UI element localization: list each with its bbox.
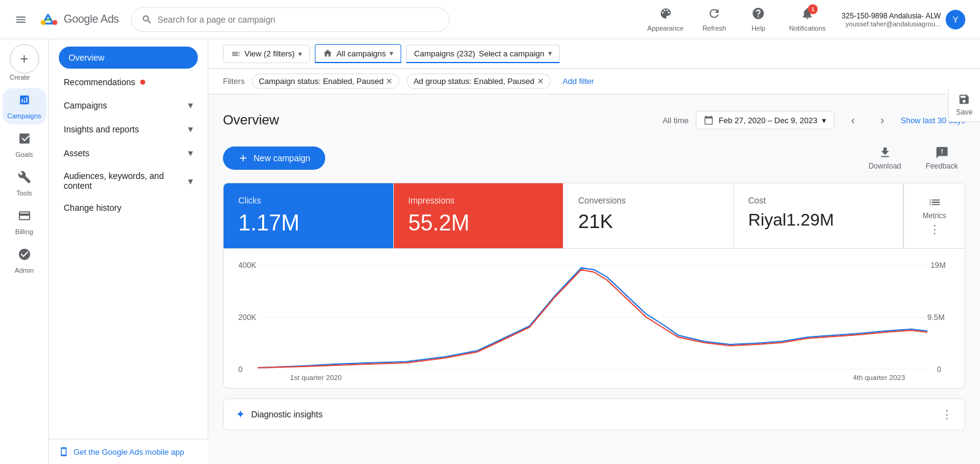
campaign-status-close-icon[interactable]: ✕ [386,77,393,86]
action-buttons: Download Feedback [861,143,965,173]
ad-group-status-close-icon[interactable]: ✕ [537,77,544,86]
mobile-icon [59,447,69,457]
cost-label: Cost [748,196,889,205]
metrics-more-panel: Metrics ⋮ [903,183,965,248]
sidebar-item-tools[interactable]: Tools [2,165,47,202]
conversions-value: 21K [578,210,718,233]
appearance-button[interactable]: Appearance [641,4,690,34]
recommendations-dot [140,80,145,85]
mobile-app-label: Get the Google Ads mobile app [74,447,184,457]
view-dropdown[interactable]: View (2 filters) ▾ [223,45,310,63]
campaigns-icon [18,93,31,110]
feedback-icon [935,146,949,159]
diagnostic-more-button[interactable]: ⋮ [941,408,952,421]
download-button[interactable]: Download [861,143,908,173]
prev-period-button[interactable]: ‹ [842,109,864,131]
sidebar-admin-label: Admin [15,267,34,274]
plus-icon [238,153,249,164]
nav-item-assets[interactable]: Assets ▾ [49,141,208,165]
download-label: Download [869,162,901,170]
nav-item-change-history[interactable]: Change history [49,197,208,219]
x-label-q1-2020: 1st quarter 2020 [290,374,342,381]
assets-arrow-icon: ▾ [188,147,193,159]
sidebar-campaigns-label: Campaigns [7,112,42,120]
date-range-picker[interactable]: Feb 27, 2020 – Dec 9, 2023 ▾ [696,111,834,129]
new-campaign-button[interactable]: New campaign [223,146,325,170]
svg-point-2 [40,20,45,25]
nav-item-insights[interactable]: Insights and reports ▾ [49,117,208,141]
campaign-actions: New campaign Download Feedback [223,143,965,173]
search-input[interactable] [157,15,439,25]
nav-right-area: Appearance Refresh Help 1 [641,4,970,34]
ad-group-status-label: Ad group status: Enabled, Paused [413,77,534,86]
sidebar-item-campaigns[interactable]: Campaigns [2,88,47,124]
refresh-button[interactable]: Refresh [695,4,734,34]
y-label-9-5m: 9.5M [927,313,944,322]
sidebar-item-billing[interactable]: Billing [2,204,47,240]
feedback-button[interactable]: Feedback [918,143,965,173]
nav-item-audiences[interactable]: Audiences, keywords, and content ▾ [49,165,208,197]
appearance-label: Appearance [647,25,684,32]
next-period-button[interactable]: › [871,109,893,131]
appearance-icon [659,7,673,23]
save-button[interactable]: Save [948,88,980,122]
admin-icon [18,248,31,264]
x-label-q4-2023: 4th quarter 2023 [853,374,905,381]
expanded-nav: Overview Recommendations Campaigns ▾ Ins… [49,39,208,464]
sidebar-item-goals[interactable]: Goals [2,127,47,163]
refresh-label: Refresh [703,25,726,32]
campaigns-nav-label: Campaigns [64,101,107,110]
overview-header: Overview All time Feb 27, 2020 – Dec 9, … [223,109,965,131]
campaigns-count-dropdown[interactable]: Campaigns (232) Select a campaign ▾ [406,45,560,63]
select-chevron-icon: ▾ [548,49,552,58]
clicks-label: Clicks [238,196,379,205]
save-icon [958,93,970,105]
nav-overview-item[interactable]: Overview [59,47,198,69]
overview-chart: 400K 200K 0 19M 9.5M 0 1st quarter 2020 … [238,259,950,381]
account-text: 325-150-9898 Andalusia- ALW youssef.tahe… [842,12,941,28]
notifications-label: Notifications [789,25,826,32]
refresh-icon [707,7,721,23]
notifications-button[interactable]: 1 Notifications [783,4,832,34]
audiences-nav-label: Audiences, keywords, and content [64,171,188,191]
sidebar-item-admin[interactable]: Admin [2,243,47,279]
overview-panel: Overview All time Feb 27, 2020 – Dec 9, … [208,94,980,445]
goals-icon [18,132,31,148]
notification-badge: 1 [808,4,818,14]
help-button[interactable]: Help [739,4,778,34]
hamburger-button[interactable] [10,9,32,31]
nav-item-recommendations[interactable]: Recommendations [49,71,208,93]
campaign-status-label: Campaign status: Enabled, Paused [258,77,383,86]
impressions-metric-card: Impressions 55.2M [394,183,564,248]
diagnostic-left: ✦ Diagnostic insights [236,408,323,421]
y-label-400k: 400K [238,261,257,270]
audiences-arrow-icon: ▾ [188,175,193,187]
y-label-0-right: 0 [937,365,941,374]
account-info[interactable]: 325-150-9898 Andalusia- ALW youssef.tahe… [837,7,970,32]
sidebar: + Create Campaigns Goals Tools [0,39,49,464]
mobile-app-banner[interactable]: Get the Google Ads mobile app [49,439,208,464]
save-label: Save [956,108,973,116]
ad-group-status-filter[interactable]: Ad group status: Enabled, Paused ✕ [407,74,550,89]
conversions-label: Conversions [578,196,718,205]
sidebar-billing-label: Billing [15,228,33,235]
sidebar-goals-label: Goals [15,151,33,158]
campaign-status-filter[interactable]: Campaign status: Enabled, Paused ✕ [252,74,399,89]
overview-title: Overview [223,112,279,128]
search-bar[interactable] [131,7,450,32]
top-nav: Google Ads Appearance Refresh [0,0,980,39]
account-email: youssef.taher@andalusiagrou... [842,20,941,28]
metrics-more-button[interactable]: ⋮ [929,222,940,236]
campaigns-chevron-icon: ▾ [390,49,393,58]
campaign-dropdown[interactable]: All campaigns ▾ [315,44,401,63]
impressions-label: Impressions [409,196,549,205]
nav-item-campaigns[interactable]: Campaigns ▾ [49,93,208,117]
metrics-container: Clicks 1.17M Impressions 55.2M Conversio… [223,183,965,249]
help-label: Help [752,25,766,32]
assets-nav-label: Assets [64,148,89,158]
logo-link[interactable]: Google Ads [39,10,119,29]
all-campaigns-label: All campaigns [336,49,386,58]
create-button[interactable]: + [10,44,39,74]
add-filter-button[interactable]: Add filter [558,74,599,88]
campaign-selector: View (2 filters) ▾ All campaigns ▾ Campa… [223,44,560,63]
